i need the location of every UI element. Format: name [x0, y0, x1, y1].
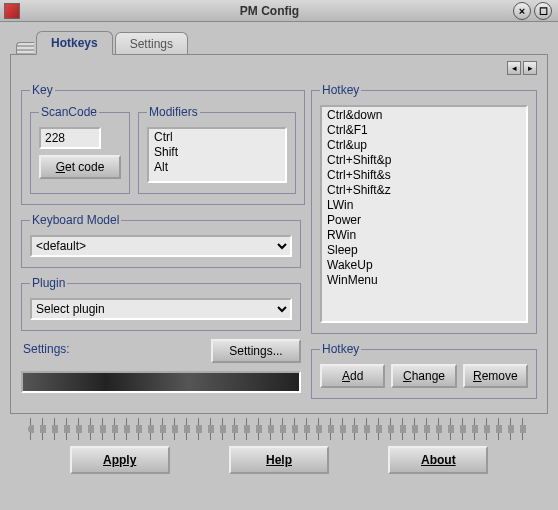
scancode-group: ScanCode Get code — [30, 105, 130, 194]
list-item[interactable]: Ctrl+Shift&p — [323, 153, 525, 168]
list-item[interactable]: Ctrl&F1 — [323, 123, 525, 138]
app-icon — [4, 3, 20, 19]
modifiers-label: Modifiers — [147, 105, 200, 119]
plugin-select[interactable]: Select plugin — [30, 298, 292, 320]
list-item[interactable]: Sleep — [323, 243, 525, 258]
list-item[interactable]: WinMenu — [323, 273, 525, 288]
hotkey-listbox[interactable]: Ctrl&downCtrl&F1Ctrl&upCtrl+Shift&pCtrl+… — [320, 105, 528, 323]
page-next-button[interactable]: ▸ — [523, 61, 537, 75]
notebook: Hotkeys Settings ◂ ▸ Key ScanCode — [10, 30, 548, 484]
page-prev-button[interactable]: ◂ — [507, 61, 521, 75]
apply-button[interactable]: Apply — [70, 446, 170, 474]
keyboard-model-select[interactable]: <default> — [30, 235, 292, 257]
plugin-label: Plugin — [30, 276, 67, 290]
scancode-label: ScanCode — [39, 105, 99, 119]
plugin-group: Plugin Select plugin — [21, 276, 301, 331]
list-item[interactable]: Ctrl&down — [323, 108, 525, 123]
modifiers-group: Modifiers CtrlShiftAlt — [138, 105, 296, 194]
list-item[interactable]: Alt — [150, 160, 284, 175]
window-title: PM Config — [26, 4, 513, 18]
list-item[interactable]: RWin — [323, 228, 525, 243]
modifiers-listbox[interactable]: CtrlShiftAlt — [147, 127, 287, 183]
scancode-input[interactable] — [39, 127, 101, 149]
tab-hotkeys[interactable]: Hotkeys — [36, 31, 113, 55]
help-button[interactable]: Help — [229, 446, 329, 474]
key-group: Key ScanCode Get code Modifiers — [21, 83, 305, 205]
tab-settings[interactable]: Settings — [115, 32, 188, 54]
plugin-settings-button[interactable]: Settings... — [211, 339, 301, 363]
hotkey-actions-label: Hotkey — [320, 342, 361, 356]
about-button[interactable]: About — [388, 446, 488, 474]
get-code-button[interactable]: Get code — [39, 155, 121, 179]
change-button[interactable]: Change — [391, 364, 456, 388]
list-item[interactable]: WakeUp — [323, 258, 525, 273]
list-item[interactable]: Power — [323, 213, 525, 228]
keyboard-model-label: Keyboard Model — [30, 213, 121, 227]
list-item[interactable]: Ctrl — [150, 130, 284, 145]
keyboard-model-group: Keyboard Model <default> — [21, 213, 301, 268]
title-bar: PM Config × ◻ — [0, 0, 558, 22]
hotkey-list-group: Hotkey Ctrl&downCtrl&F1Ctrl&upCtrl+Shift… — [311, 83, 537, 334]
list-item[interactable]: LWin — [323, 198, 525, 213]
spiral-binding-decoration — [28, 418, 530, 440]
remove-button[interactable]: Remove — [463, 364, 528, 388]
list-item[interactable]: Ctrl&up — [323, 138, 525, 153]
settings-display — [21, 371, 301, 393]
list-item[interactable]: Ctrl+Shift&s — [323, 168, 525, 183]
minimize-button[interactable]: × — [513, 2, 531, 20]
hotkey-list-label: Hotkey — [320, 83, 361, 97]
close-button[interactable]: ◻ — [534, 2, 552, 20]
list-item[interactable]: Ctrl+Shift&z — [323, 183, 525, 198]
add-button[interactable]: Add — [320, 364, 385, 388]
hotkey-actions-group: Hotkey Add Change Remove — [311, 342, 537, 399]
settings-label: Settings: — [23, 342, 70, 356]
list-item[interactable]: Shift — [150, 145, 284, 160]
key-group-label: Key — [30, 83, 55, 97]
